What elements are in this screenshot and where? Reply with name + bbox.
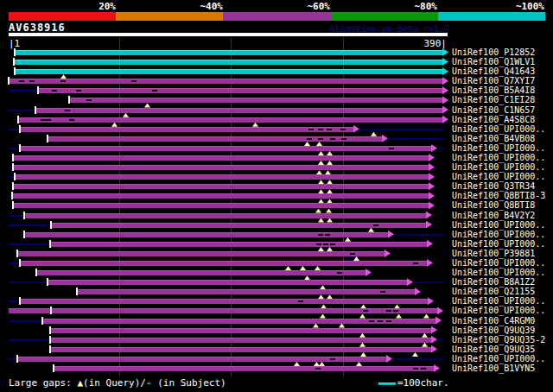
subject-label[interactable]: UniRef100_P39881 — [452, 249, 535, 258]
subject-gap-dash — [380, 291, 385, 293]
alignment-bar[interactable] — [13, 184, 429, 189]
key-label: 20% — [99, 1, 116, 12]
subject-label[interactable]: UniRef100_UPI000.. — [452, 153, 545, 162]
start-tick — [41, 317, 43, 325]
subject-label[interactable]: UniRef100_Q9UQ35 — [452, 345, 535, 354]
arrowhead-icon — [431, 345, 437, 353]
subject-label[interactable]: UniRef100_UPI000.. — [452, 220, 545, 230]
legend-suffix: (in Subject) — [152, 377, 226, 389]
alignment-row: UniRef100_B1VYN5 — [0, 364, 553, 373]
alignment-bar[interactable] — [35, 108, 443, 113]
alignment-bar[interactable] — [9, 79, 443, 84]
alignment-bar[interactable] — [15, 69, 443, 74]
subject-gap-dash — [378, 320, 383, 322]
subject-label[interactable]: UniRef100_UPI000.. — [452, 268, 545, 277]
subject-label[interactable]: UniRef100_Q1WLV1 — [452, 57, 535, 66]
alignment-bar[interactable] — [24, 232, 389, 237]
subject-gap-dash — [60, 80, 66, 82]
arrowhead-icon — [442, 77, 448, 85]
subject-label[interactable]: UniRef100_Q3TR34 — [452, 181, 535, 191]
arrowhead-icon — [429, 192, 435, 199]
alignment-row: UniRef100_P39881 — [0, 249, 553, 258]
subject-label[interactable]: UniRef100_Q9UQ35-2 — [452, 335, 545, 345]
subject-label[interactable]: UniRef100_Q8BTI8-3 — [452, 191, 545, 200]
subject-label[interactable]: UniRef100_UPI000.. — [452, 143, 545, 153]
key-segment — [223, 12, 330, 21]
alignment-bar[interactable] — [48, 280, 408, 285]
subject-label[interactable]: UniRef100_UPI000.. — [452, 354, 545, 364]
alignment-bar[interactable] — [24, 213, 427, 218]
subject-label[interactable]: UniRef100_UPI000.. — [452, 296, 545, 306]
subject-label[interactable]: UniRef100_Q7XYI7 — [452, 76, 535, 85]
subject-label[interactable]: UniRef100_B4VB08 — [452, 134, 535, 143]
subject-label[interactable]: UniRef100_UPI000.. — [452, 172, 545, 181]
alignment-bar[interactable] — [36, 270, 366, 275]
alignment-bar[interactable] — [20, 261, 428, 266]
subject-label[interactable]: UniRef100_UPI000.. — [452, 124, 545, 134]
subject-label[interactable]: UniRef100_UPI000.. — [452, 162, 545, 172]
alignment-bar[interactable] — [18, 117, 443, 123]
subject-label[interactable]: UniRef100_A4S8C8 — [452, 115, 535, 124]
alignment-row: UniRef100_UPI000.. — [0, 296, 553, 306]
subject-label[interactable]: UniRef100_UPI000.. — [452, 239, 545, 249]
subject-gap-dash-icon: - — [146, 377, 152, 389]
arrowhead-icon — [429, 173, 435, 180]
legend-prefix: Large gaps: — [9, 377, 77, 389]
start-tick — [19, 297, 21, 305]
query-extent-line — [438, 148, 443, 149]
identity-key-labels: 20%~40%~60%~80%~100% — [0, 1, 553, 11]
alignment-bar[interactable] — [69, 98, 443, 103]
subject-label[interactable]: UniRef100_UPI000.. — [452, 306, 545, 315]
alignment-bar[interactable] — [50, 347, 432, 352]
subject-label[interactable]: UniRef100_B5A4I8 — [452, 85, 535, 95]
start-tick — [12, 154, 14, 161]
subject-label[interactable]: UniRef100_UPI000.. — [452, 258, 545, 268]
key-segment — [438, 12, 545, 21]
alignment-bar[interactable] — [9, 308, 438, 313]
arrowhead-icon — [429, 182, 435, 190]
alignment-bar[interactable] — [20, 127, 354, 132]
arrowhead-icon — [435, 317, 442, 325]
subject-label[interactable]: UniRef100_Q8BTI8 — [452, 200, 535, 210]
alignment-bar[interactable] — [54, 366, 435, 371]
arrowhead-icon — [434, 364, 440, 372]
alignment-bar[interactable] — [50, 328, 432, 333]
arrowhead-icon — [353, 125, 359, 133]
alignment-bar[interactable] — [12, 193, 429, 199]
alignment-bar[interactable] — [50, 242, 428, 247]
alignment-bar[interactable] — [51, 223, 427, 228]
subject-gap-dash — [341, 138, 346, 140]
alignment-row: UniRef100_UPI000.. — [0, 162, 553, 172]
subject-gap-dash — [386, 320, 391, 322]
alignment-bar[interactable] — [13, 165, 429, 170]
subject-label[interactable]: UniRef100_P12852 — [452, 47, 535, 57]
subject-label[interactable]: UniRef100_Q41643 — [452, 66, 535, 76]
subject-label[interactable]: UniRef100_B8A1Z2 — [452, 277, 535, 287]
alignment-bar[interactable] — [13, 155, 429, 161]
arrowhead-icon — [386, 355, 392, 363]
subject-label[interactable]: UniRef100_C4RGM0 — [452, 316, 535, 326]
start-tick — [14, 48, 16, 56]
subject-label[interactable]: UniRef100_C1N657 — [452, 105, 535, 115]
alignment-bar[interactable] — [17, 251, 385, 256]
alignment-bar[interactable] — [38, 88, 443, 93]
subject-gap-dash — [369, 320, 374, 322]
subject-label[interactable]: UniRef100_UPI000.. — [452, 230, 545, 239]
alignment-bar[interactable] — [14, 60, 443, 65]
subject-label[interactable]: UniRef100_Q21155 — [452, 287, 535, 296]
alignment-bar[interactable] — [20, 299, 429, 304]
query-extent-line — [9, 243, 50, 245]
subject-label[interactable]: UniRef100_B1VYN5 — [452, 364, 535, 373]
start-tick — [49, 336, 51, 344]
subject-gap-dash — [413, 262, 418, 264]
alignment-bar[interactable] — [13, 203, 429, 208]
subject-label[interactable]: UniRef100_Q9UQ39 — [452, 326, 535, 335]
alignment-bar[interactable] — [50, 338, 432, 343]
alignment-bar[interactable] — [15, 50, 443, 55]
subject-label[interactable]: UniRef100_B4V2Y2 — [452, 211, 535, 220]
subject-label[interactable]: UniRef100_C1EI28 — [452, 95, 535, 104]
alignment-bar[interactable] — [77, 289, 416, 294]
alignment-bar[interactable] — [20, 146, 432, 151]
subject-gap-dash — [337, 272, 342, 274]
alignment-bar[interactable] — [15, 174, 429, 180]
